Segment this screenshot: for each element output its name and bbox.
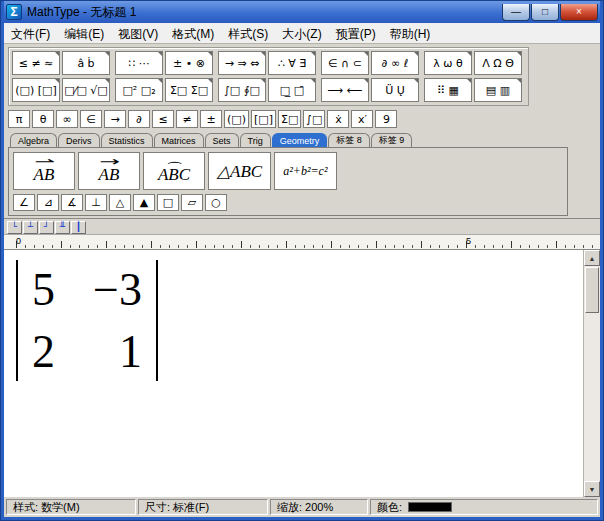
palette-operators[interactable]: ± • ⊗ [165, 51, 213, 75]
palette-boxes[interactable]: ▤ ▥ [474, 78, 522, 102]
titlebar[interactable]: Σ MathType - 无标题 1 — □ × [4, 1, 600, 23]
small-bar-pi[interactable]: π [8, 110, 30, 128]
small-bar-brackets[interactable]: [□] [251, 110, 276, 128]
symbol-palette-row: ≤ ≠ ≈ â ḃ ∷ ⋯ ± • ⊗ → ⇒ ⇔ ∴ ∀ ∃ ∈ ∩ ⊂ ∂ … [12, 51, 525, 75]
palette-spaces[interactable]: ∷ ⋯ [115, 51, 163, 75]
arc-accent-icon: ⌢ [166, 158, 182, 165]
arc-abc-button[interactable]: ⌢ ABC [143, 152, 205, 190]
small-bar-plusminus[interactable]: ± [200, 110, 222, 128]
close-button[interactable]: × [560, 4, 598, 21]
scrollbar-track[interactable] [584, 314, 600, 481]
ruler[interactable]: 0 5 [4, 234, 600, 249]
perpendicular-button[interactable]: ⊥ [85, 194, 107, 211]
small-bar-partial[interactable]: ∂ [128, 110, 150, 128]
decimal-tab-button[interactable]: ╨ [55, 221, 70, 234]
scroll-down-icon[interactable]: ▼ [584, 481, 600, 497]
triangle-filled-button[interactable]: ▲ [133, 194, 155, 211]
scrollbar-thumb[interactable] [585, 267, 599, 313]
scroll-up-icon[interactable]: ▲ [584, 250, 600, 266]
pythagorean-button[interactable]: a²+b²=c² [274, 152, 336, 190]
palette-embellishments[interactable]: â ḃ [62, 51, 110, 75]
small-bar-xprime[interactable]: x′ [351, 110, 373, 128]
tab-statistics[interactable]: Statistics [101, 133, 153, 147]
palette-fences[interactable]: (□) [□] [12, 78, 60, 102]
status-zoom: 缩放: 200% [270, 499, 368, 515]
circle-button[interactable]: ○ [205, 194, 227, 211]
tab-algebra[interactable]: Algebra [10, 133, 57, 147]
measured-angle-button[interactable]: ∡ [61, 194, 83, 211]
parallelogram-button[interactable]: ▱ [181, 194, 203, 211]
palette-scripts[interactable]: □² □₂ [115, 78, 163, 102]
small-bar-theta[interactable]: θ [32, 110, 54, 128]
palette-summations[interactable]: Σ□ Σ□ [165, 78, 213, 102]
vector-ab-arrow-button[interactable]: → AB [78, 152, 140, 190]
vector-ab-harpoon-button[interactable]: ⇀ AB [13, 152, 75, 190]
window-title: MathType - 无标题 1 [27, 4, 136, 21]
right-triangle-button[interactable]: ⊿ [37, 194, 59, 211]
small-bar-integral[interactable]: ∫□ [303, 110, 325, 128]
equation-canvas[interactable]: 5 −3 2 1 [4, 250, 583, 497]
palette-arrows[interactable]: → ⇒ ⇔ [218, 51, 266, 75]
center-tab-button[interactable]: ┴ [23, 221, 38, 234]
small-bar-leq[interactable]: ≤ [152, 110, 174, 128]
minimize-button[interactable]: — [502, 4, 530, 21]
tab-sets[interactable]: Sets [205, 133, 239, 147]
menu-style[interactable]: 样式(S) [221, 23, 275, 43]
small-bar-neq[interactable]: ≠ [176, 110, 198, 128]
palette-products-sets[interactable]: Ü Ų [371, 78, 419, 102]
menu-preferences[interactable]: 预置(P) [329, 23, 383, 43]
menu-format[interactable]: 格式(M) [165, 23, 221, 43]
toolbar: ≤ ≠ ≈ â ḃ ∷ ⋯ ± • ⊗ → ⇒ ⇔ ∴ ∀ ∃ ∈ ∩ ⊂ ∂ … [4, 44, 600, 219]
tab-trig[interactable]: Trig [240, 133, 271, 147]
menu-file[interactable]: 文件(F) [4, 23, 57, 43]
menu-help[interactable]: 帮助(H) [383, 23, 438, 43]
tab-9[interactable]: 标签 9 [371, 133, 413, 147]
small-bar-sum[interactable]: Σ□ [278, 110, 301, 128]
menu-size[interactable]: 大小(Z) [275, 23, 328, 43]
matrix-cell[interactable]: 5 [32, 264, 55, 316]
palette-set-theory[interactable]: ∈ ∩ ⊂ [321, 51, 369, 75]
tab-geometry[interactable]: Geometry [272, 133, 328, 147]
app-icon[interactable]: Σ [6, 4, 22, 20]
square-button[interactable]: □ [157, 194, 179, 211]
small-bar-xdot[interactable]: ẋ [327, 110, 349, 128]
determinant-right-bar [156, 260, 158, 381]
menu-view[interactable]: 视图(V) [111, 23, 165, 43]
palette-bars[interactable]: □̲ □̄ [268, 78, 316, 102]
maximize-button[interactable]: □ [531, 4, 559, 21]
palette-matrices[interactable]: ⠿ ▦ [424, 78, 472, 102]
angle-button[interactable]: ∠ [13, 194, 35, 211]
tab-derivs[interactable]: Derivs [58, 133, 100, 147]
small-bar-arrow[interactable]: → [104, 110, 126, 128]
small-bar-element-of[interactable]: ∈ [80, 110, 102, 128]
tab-8[interactable]: 标签 8 [328, 133, 370, 147]
triangle-outline-button[interactable]: △ [109, 194, 131, 211]
left-tab-button[interactable]: └ [7, 221, 22, 234]
vertical-scrollbar[interactable]: ▲ ▼ [583, 250, 600, 497]
geometry-small-buttons: ∠ ⊿ ∡ ⊥ △ ▲ □ ▱ ○ [13, 194, 563, 211]
palette-relational[interactable]: ≤ ≠ ≈ [12, 51, 60, 75]
bar-tab-button[interactable]: ┃ [71, 221, 86, 234]
palette-labeled-arrows[interactable]: ⟶ ⟵ [321, 78, 369, 102]
small-bar-infinity[interactable]: ∞ [56, 110, 78, 128]
matrix-cell[interactable]: 1 [93, 326, 142, 378]
template-palette-row: (□) [□] □⁄□ √□ □² □₂ Σ□ Σ□ ∫□ ∮□ □̲ □̄ ⟶… [12, 78, 525, 102]
matrix-cell[interactable]: −3 [93, 264, 142, 316]
palette-greek-upper[interactable]: Λ Ω Θ [474, 51, 522, 75]
palette-integrals[interactable]: ∫□ ∮□ [218, 78, 266, 102]
menu-edit[interactable]: 编辑(E) [57, 23, 111, 43]
triangle-abc-button[interactable]: △ABC [208, 152, 271, 190]
palette-misc-symbols[interactable]: ∂ ∞ ℓ [371, 51, 419, 75]
ruler-major-ticks [16, 241, 598, 248]
matrix-cell[interactable]: 2 [32, 326, 55, 378]
right-tab-button[interactable]: ┘ [39, 221, 54, 234]
small-bar-nine[interactable]: 9 [375, 110, 397, 128]
tab-matrices[interactable]: Matrices [154, 133, 204, 147]
equation-determinant[interactable]: 5 −3 2 1 [16, 260, 158, 381]
palette-logic[interactable]: ∴ ∀ ∃ [268, 51, 316, 75]
status-color: 颜色: [370, 499, 598, 515]
small-symbol-bar: π θ ∞ ∈ → ∂ ≤ ≠ ± (□) [□] Σ□ ∫□ ẋ x′ 9 [8, 110, 596, 128]
small-bar-parens[interactable]: (□) [224, 110, 249, 128]
palette-fractions-radicals[interactable]: □⁄□ √□ [62, 78, 110, 102]
palette-greek-lower[interactable]: λ ω θ [424, 51, 472, 75]
